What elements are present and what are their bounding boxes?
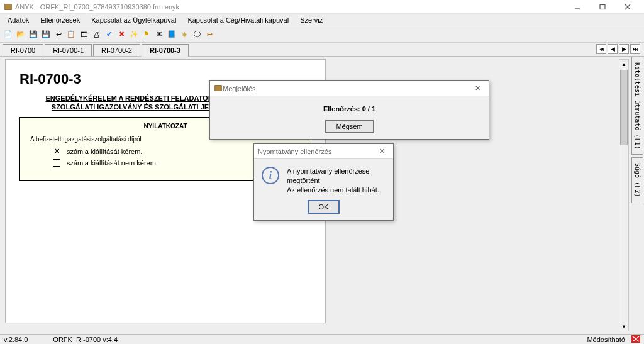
edit-mode-label: Módosítható [587, 336, 625, 343]
stamp-icon[interactable]: ◈ [179, 29, 190, 40]
info-dialog-icon: i [262, 167, 279, 184]
window-titlebar: ÁNYK - ORFK_RI_0700_978493710930380.frm.… [0, 0, 644, 14]
tab-ri-0700[interactable]: RI-0700 [3, 44, 43, 56]
tab-last-button[interactable]: ⏭ [630, 44, 640, 54]
svg-rect-8 [215, 85, 222, 91]
toolbar: 📄 📂 💾 💾 ↩ 📋 🗔 🖨 ✔ ✖ ✨ ⚑ ✉ 📘 ◈ ⓘ ↦ [0, 26, 644, 43]
open-icon[interactable]: 📂 [15, 29, 26, 40]
save-icon[interactable]: 💾 [28, 29, 39, 40]
result-dialog-titlebar: Nyomtatvány ellenőrzés ✕ [254, 144, 393, 159]
check-icon[interactable]: ✔ [103, 29, 114, 40]
tab-ri-0700-1[interactable]: RI-0700-1 [45, 44, 92, 56]
side-tab-help-f1[interactable]: Kitöltési útmutató (F1) [631, 57, 643, 155]
tab-prev-button[interactable]: ◀ [608, 44, 618, 54]
progress-dialog-close-icon[interactable]: ✕ [470, 84, 485, 92]
tab-nav: ⏮ ◀ ▶ ⏭ [596, 44, 640, 54]
invoice-decline-label: számla kiállítását nem kérem. [67, 159, 158, 167]
svg-rect-2 [600, 4, 605, 9]
ok-button[interactable]: OK [308, 200, 340, 214]
form-version: ORFK_RI-0700 v:4.4 [53, 336, 118, 343]
menu-ugyfelkapu[interactable]: Kapcsolat az Ügyfélkapuval [86, 15, 181, 25]
scroll-down-icon[interactable]: ▼ [619, 322, 628, 331]
vertical-scrollbar[interactable]: ▲ ▼ [619, 59, 629, 331]
progress-dialog: Megjelölés ✕ Ellenőrzés: 0 / 1 Mégsem [209, 80, 489, 140]
invoice-request-label: számla kiállítását kérem. [67, 148, 142, 155]
progress-status-text: Ellenőrzés: 0 / 1 [221, 105, 477, 113]
flag-icon[interactable]: ⚑ [141, 29, 152, 40]
tab-next-button[interactable]: ▶ [619, 44, 629, 54]
progress-dialog-title: Megjelölés [223, 85, 256, 92]
maximize-button[interactable] [590, 1, 615, 13]
app-icon [4, 3, 13, 11]
result-dialog-title: Nyomtatvány ellenőrzés [258, 148, 331, 155]
menu-cegkapu[interactable]: Kapcsolat a Cég/Hivatali kapuval [182, 15, 294, 25]
delete-icon[interactable]: ✖ [116, 29, 127, 40]
scroll-up-icon[interactable]: ▲ [619, 60, 628, 69]
tab-ri-0700-3[interactable]: RI-0700-3 [142, 44, 189, 57]
book-icon[interactable]: 📘 [166, 29, 177, 40]
status-flag-icon [631, 335, 640, 344]
result-dialog: Nyomtatvány ellenőrzés ✕ i A nyomtatvány… [253, 143, 394, 221]
exit-icon[interactable]: ↦ [204, 29, 215, 40]
result-message: A nyomtatvány ellenőrzése megtörtént Az … [287, 167, 386, 195]
cancel-button[interactable]: Mégsem [325, 120, 373, 133]
invoice-request-checkbox[interactable]: ✕ [53, 148, 60, 155]
svg-rect-0 [5, 4, 12, 9]
result-line1: A nyomtatvány ellenőrzése megtörtént [287, 167, 369, 184]
menu-bar: Adatok Ellenőrzések Kapcsolat az Ügyfélk… [0, 14, 644, 26]
result-dialog-close-icon[interactable]: ✕ [374, 147, 389, 155]
undo-icon[interactable]: ↩ [53, 29, 64, 40]
copy-icon[interactable]: 📋 [65, 29, 77, 40]
tab-row: RI-0700 RI-0700-1 RI-0700-2 RI-0700-3 ⏮ … [0, 43, 644, 57]
progress-dialog-titlebar: Megjelölés ✕ [210, 81, 489, 96]
print-icon[interactable]: 🖨 [91, 29, 102, 40]
menu-adatok[interactable]: Adatok [3, 15, 34, 25]
minimize-button[interactable] [565, 1, 590, 13]
wand-icon[interactable]: ✨ [128, 29, 140, 40]
info-icon[interactable]: ⓘ [191, 29, 203, 40]
result-line2: Az ellenőrzés nem talált hibát. [287, 186, 379, 194]
tab-ri-0700-2[interactable]: RI-0700-2 [93, 44, 140, 56]
status-bar: v.2.84.0 ORFK_RI-0700 v:4.4 Módosítható [0, 334, 644, 344]
mail-icon[interactable]: ✉ [153, 29, 165, 40]
table-icon[interactable]: 🗔 [78, 29, 89, 40]
menu-ellenorzesek[interactable]: Ellenőrzések [35, 15, 85, 25]
app-version: v.2.84.0 [4, 336, 28, 343]
saveas-icon[interactable]: 💾 [40, 29, 52, 40]
scroll-thumb[interactable] [620, 70, 628, 145]
window-title: ÁNYK - ORFK_RI_0700_978493710930380.frm.… [15, 3, 179, 11]
tab-first-button[interactable]: ⏮ [596, 44, 606, 54]
menu-szerviz[interactable]: Szerviz [295, 15, 328, 25]
new-icon[interactable]: 📄 [3, 29, 14, 40]
side-tab-help-f2[interactable]: Súgó (F2) [631, 157, 643, 203]
dialog-app-icon [214, 84, 223, 94]
close-button[interactable] [615, 1, 640, 13]
side-tabs: Kitöltési útmutató (F1) Súgó (F2) [631, 57, 644, 334]
invoice-decline-checkbox[interactable] [53, 159, 60, 167]
